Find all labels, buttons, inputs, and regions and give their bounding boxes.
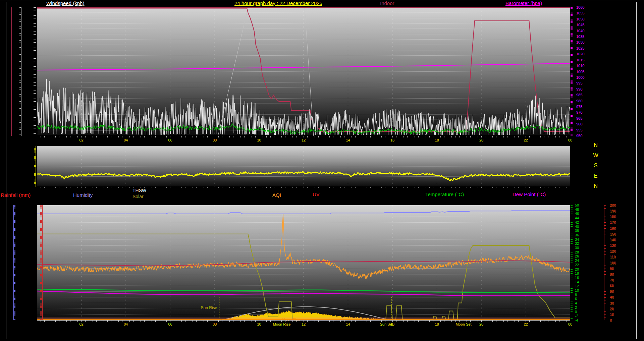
temp-axis-label: 20 [575, 267, 579, 271]
bottom-hour-label: 14 [346, 322, 350, 326]
indoor-label: Indoor [380, 0, 394, 6]
temp-axis-label: 30 [575, 246, 579, 250]
uv-aqi-axis-label: 40 [610, 295, 614, 299]
legend-thsw: THSW [132, 188, 146, 193]
uv-aqi-axis-label: 60 [610, 284, 614, 288]
temp-axis-label: -4 [575, 319, 578, 322]
barometer-axis-label: 970 [576, 111, 582, 114]
temp-axis-label: 44 [575, 216, 579, 220]
bottom-hour-label: 00 [568, 322, 572, 326]
uv-aqi-axis-label: 120 [610, 249, 616, 253]
temp-axis-label: 36 [575, 233, 579, 237]
barometer-axis-label: 1035 [576, 35, 584, 39]
bottom-hour-label: 18 [435, 322, 439, 326]
bottom-hour-label: 20 [479, 322, 483, 326]
temp-axis-label: 2 [575, 305, 577, 309]
compass-letter-n-0: N [594, 143, 598, 147]
temp-axis-label: 42 [575, 220, 579, 224]
barometer-axis-label: 1045 [576, 23, 584, 27]
series-dew-point [37, 291, 570, 296]
temp-axis-label: 32 [575, 242, 579, 245]
windspeed-axis-line [36, 7, 36, 136]
moon-set-label: Moon Set [455, 322, 471, 326]
temp-axis-ticks [571, 205, 573, 320]
temp-axis-label: 50 [575, 204, 579, 207]
humidity-axis-ticks [14, 205, 15, 320]
wind-dir-x-axis-ticks [37, 187, 570, 188]
top-hour-label: 08 [213, 138, 217, 142]
temp-axis-label: 10 [575, 289, 579, 292]
uv-aqi-axis-label: 190 [610, 209, 616, 213]
multi-series-chart: Sun Rise [37, 205, 570, 320]
uv-aqi-axis-ticks [604, 205, 606, 320]
legend-uv: UV [313, 191, 320, 197]
top-hour-label: 12 [302, 138, 306, 142]
barometer-axis-label: 1020 [576, 52, 584, 56]
bottom-hour-label: 12 [302, 322, 306, 326]
sun-set-label: Sun Set [380, 322, 393, 326]
compass-letter-n-4: N [594, 184, 598, 188]
windspeed-svg [37, 7, 570, 136]
compass-letter-w-1: W [593, 154, 598, 158]
temp-axis-label: 38 [575, 229, 579, 233]
barometer-axis-label: 1005 [576, 70, 584, 73]
compass-letter-e-3: E [594, 174, 598, 178]
top-hour-label: 04 [124, 138, 128, 142]
temp-axis-label: -2 [575, 314, 578, 318]
indoor-axis-ticks [19, 7, 21, 136]
bottom-hour-label: 06 [168, 322, 172, 326]
temp-axis-label: 24 [575, 259, 579, 263]
indoor-axis-ruler [21, 7, 21, 136]
uv-aqi-axis-label: 70 [610, 278, 614, 282]
bottom-hour-label: 04 [124, 322, 128, 326]
top-hour-label: 20 [479, 138, 483, 142]
temp-axis-label: 48 [575, 208, 579, 211]
barometer-axis-ticks [571, 7, 573, 136]
uv-aqi-axis-label: 160 [610, 226, 616, 230]
uv-aqi-axis-label: 130 [610, 244, 616, 247]
uv-aqi-axis-label: 180 [610, 215, 616, 219]
windspeed-axis-ticks [34, 7, 36, 136]
top-hour-label: 10 [257, 138, 261, 142]
bottom-hour-label: 22 [524, 322, 528, 326]
barometer-axis-label: 955 [576, 128, 582, 132]
bottom-hour-label: 02 [79, 322, 83, 326]
barometer-axis-label: 1040 [576, 29, 584, 33]
uv-aqi-axis-label: 100 [610, 261, 616, 265]
uv-aqi-axis-label: 20 [610, 307, 614, 310]
multi-svg: Sun Rise [37, 205, 570, 320]
bottom-hour-label: 08 [213, 322, 217, 326]
wind-direction-chart [37, 146, 570, 187]
top-hour-label: 18 [435, 138, 439, 142]
temp-axis-label: 4 [575, 301, 577, 305]
frame-right-line [636, 2, 637, 339]
temp-axis-label: 12 [575, 284, 579, 288]
temp-axis-label: 26 [575, 254, 579, 258]
temp-axis-label: 40 [575, 225, 579, 228]
sun-rise-marker-label: Sun Rise [201, 305, 217, 310]
barometer-axis-label: 960 [576, 122, 582, 126]
uv-aqi-axis-label: 80 [610, 272, 614, 276]
series-wind-direction [37, 172, 570, 181]
barometer-axis-label: 1015 [576, 58, 584, 62]
temp-axis-label: 6 [575, 297, 577, 301]
indoor-dash: — [466, 0, 471, 6]
uv-aqi-axis-label: 90 [610, 267, 614, 270]
top-hour-label: 22 [524, 138, 528, 142]
legend-dew-point: Dew Point (°C) [513, 191, 546, 197]
page-title: 24 hour graph day : 22 December 2025 [234, 0, 322, 6]
bottom-x-axis-ticks [37, 321, 570, 322]
temp-axis-label: 8 [575, 293, 577, 296]
moon-rise-label: Moon Rise [273, 322, 291, 326]
series-solar-area [221, 310, 395, 320]
barometer-axis-label: 975 [576, 105, 582, 108]
legend-solar: Solar [132, 194, 144, 199]
temp-axis-label: 18 [575, 272, 579, 275]
barometer-axis-label: 950 [576, 134, 582, 138]
barometer-axis-label: 980 [576, 99, 582, 103]
barometer-axis-label: 1050 [576, 17, 584, 21]
top-hour-label: 02 [79, 138, 83, 142]
compass-letter-s-2: S [594, 164, 598, 168]
temp-axis-label: 46 [575, 212, 579, 216]
barometer-axis-label: 990 [576, 87, 582, 91]
